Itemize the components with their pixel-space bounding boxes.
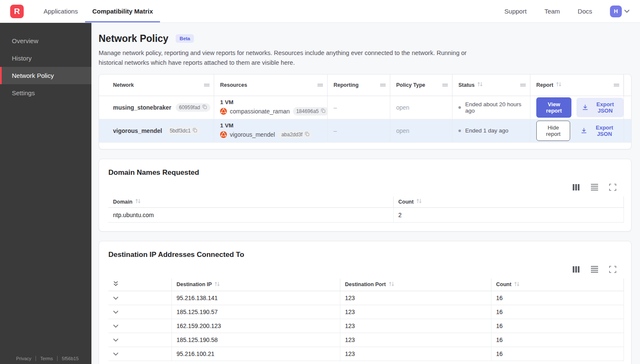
app-logo[interactable]: R [10,5,24,18]
column-header-report[interactable]: Report [530,74,624,96]
fullscreen-icon[interactable] [609,184,616,191]
count-cell: 2 [394,208,624,222]
sort-icon[interactable] [477,82,483,88]
copy-icon[interactable] [193,128,197,134]
columns-icon[interactable] [572,184,580,191]
columns-icon[interactable] [572,266,580,273]
status-cell: Ended 1 day ago [452,119,530,142]
chevron-down-icon [624,9,630,13]
destination-table-row[interactable]: 162.159.200.123 123 16 [108,319,624,333]
drag-handle-icon[interactable] [520,82,526,88]
destination-table-row[interactable]: 185.125.190.58 123 16 [108,333,624,347]
chevron-down-icon[interactable] [113,336,119,343]
policy-type-cell: open [390,119,452,142]
row-density-icon[interactable] [590,266,599,273]
destination-ip-cell: 185.125.190.58 [172,333,340,347]
destination-ip-cell: 162.159.200.123 [172,319,340,333]
divider [57,356,58,361]
copy-icon[interactable] [305,132,309,138]
nav-tab-applications[interactable]: Applications [36,0,85,22]
chevron-down-icon[interactable] [113,350,119,357]
resources-cell: 1 VM vigorous_mendel aba2dd3f [214,119,328,142]
chevron-down-icon[interactable] [113,295,119,301]
row-density-icon[interactable] [590,184,599,191]
destination-table-row[interactable]: 95.216.100.21 123 16 [108,347,624,361]
network-id-badge[interactable]: 60959fad [176,103,210,112]
destination-table-row[interactable]: 185.125.190.57 123 16 [108,305,624,319]
domain-names-card: Domain Names Requested Domain Count ntp.… [99,159,632,232]
drag-handle-icon[interactable] [614,82,619,88]
user-menu[interactable]: H [610,6,630,17]
resource-name: compassionate_raman [230,108,290,115]
destination-port-cell: 123 [340,291,491,305]
divider [36,356,36,361]
resource-name: vigorous_mendel [230,131,275,138]
nav-link-docs[interactable]: Docs [578,8,592,15]
sidebar: Overview History Network Policy Settings… [0,23,91,364]
copy-icon[interactable] [202,105,207,110]
page-description: Manage network policy, reporting and vie… [99,48,473,68]
drag-handle-icon[interactable] [204,82,210,88]
drag-handle-icon[interactable] [317,82,323,88]
column-header-destination-port[interactable]: Destination Port [340,279,491,291]
status-dot [458,106,461,109]
destination-ip-cell: 185.125.190.57 [172,305,340,319]
vm-count: 1 VM [220,99,234,105]
view-report-button[interactable]: View report [536,97,571,118]
export-json-button[interactable]: Export JSON [575,121,623,141]
destination-table-row[interactable]: 95.216.138.141 123 16 [108,291,624,305]
export-json-button[interactable]: Export JSON [577,98,623,117]
network-name: vigorous_mendel [113,127,162,134]
table-row-vigorous-mendel[interactable]: vigorous_mendel 5bdf3dc1 1 VM vigorous_m… [99,119,631,143]
column-header-destination-ip[interactable]: Destination IP [172,279,340,291]
count-cell: 16 [491,333,624,347]
sidebar-item-network-policy[interactable]: Network Policy [0,67,91,84]
double-chevron-down-icon[interactable] [113,281,119,288]
expand-all-header[interactable] [108,279,172,291]
sort-icon[interactable] [416,199,422,205]
column-header-count[interactable]: Count [491,279,624,291]
destination-ip-card: Destination IP Addresses Connected To De… [99,241,632,364]
copy-icon[interactable] [321,108,326,114]
column-header-network[interactable]: Network [99,74,214,96]
resource-id-badge[interactable]: 184696a5 [293,107,328,116]
sort-icon[interactable] [135,199,141,205]
column-header-resources[interactable]: Resources [214,74,328,96]
column-header-policy-type[interactable]: Policy Type [390,74,452,96]
sort-icon[interactable] [389,281,394,288]
terms-link[interactable]: Terms [40,356,53,361]
privacy-link[interactable]: Privacy [16,356,31,361]
nav-tab-compatibility-matrix[interactable]: Compatibility Matrix [85,0,160,22]
sidebar-item-history[interactable]: History [0,50,91,67]
nav-link-support[interactable]: Support [505,8,527,15]
status-text: Ended 1 day ago [465,127,508,134]
report-cell: View report Export JSON [530,96,624,119]
sidebar-item-overview[interactable]: Overview [0,32,91,50]
table-row-musing-stonebraker[interactable]: musing_stonebraker 60959fad 1 VM compass… [99,96,631,119]
sort-icon[interactable] [556,82,562,88]
hide-report-button[interactable]: Hide report [536,121,570,141]
sort-icon[interactable] [214,281,220,288]
drag-handle-icon[interactable] [442,82,448,88]
drag-handle-icon[interactable] [380,82,386,88]
sort-icon[interactable] [514,281,520,288]
resource-id-badge[interactable]: aba2dd3f [278,130,313,139]
nav-link-team[interactable]: Team [544,8,560,15]
ubuntu-icon [220,131,227,138]
chevron-down-icon[interactable] [113,309,119,315]
networks-table-header: Network Resources Reporting Policy Type … [99,74,631,96]
domain-table-row[interactable]: ntp.ubuntu.com 2 [108,208,624,223]
chevron-down-icon[interactable] [113,323,119,329]
column-header-count[interactable]: Count [394,196,624,207]
network-id-badge[interactable]: 5bdf3dc1 [166,127,201,135]
main-content: Network Policy Beta Manage network polic… [91,23,640,364]
column-header-reporting[interactable]: Reporting [328,74,390,96]
version-label: 5f56b15 [62,356,79,361]
top-navbar: R Applications Compatibility Matrix Supp… [0,0,640,23]
sidebar-item-settings[interactable]: Settings [0,84,91,102]
page-header: Network Policy Beta Manage network polic… [99,33,632,68]
column-header-domain[interactable]: Domain [108,196,394,207]
fullscreen-icon[interactable] [609,266,616,273]
count-cell: 16 [491,291,624,305]
column-header-status[interactable]: Status [452,74,530,96]
